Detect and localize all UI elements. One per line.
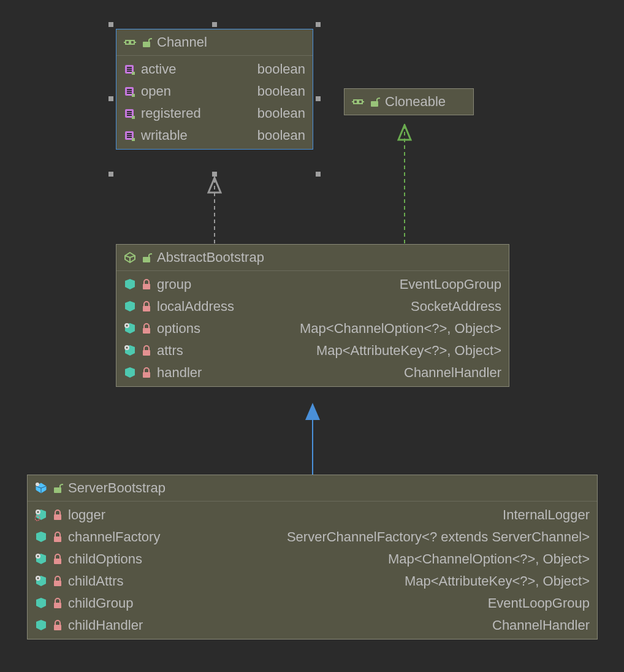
- selection-handle[interactable]: [316, 172, 321, 177]
- lock-icon: [141, 345, 152, 356]
- member-type: Map<ChannelOption<?>, Object>: [147, 551, 590, 567]
- lock-open-icon: [52, 483, 63, 494]
- member-name: logger: [68, 507, 105, 523]
- selection-handle[interactable]: [108, 172, 113, 177]
- field-icon: [124, 367, 136, 379]
- class-box-cloneable[interactable]: Cloneable: [344, 88, 474, 115]
- lock-icon: [141, 279, 152, 290]
- class-title: Cloneable: [385, 94, 446, 110]
- member-row[interactable]: handler ChannelHandler: [116, 362, 509, 384]
- member-type: SocketAddress: [239, 299, 501, 315]
- property-icon: [124, 63, 136, 75]
- lock-icon: [52, 620, 63, 631]
- member-type: Map<ChannelOption<?>, Object>: [205, 321, 501, 337]
- member-name: writable: [141, 128, 188, 143]
- field-gear-icon: [35, 553, 47, 565]
- class-header: AbstractBootstrap: [116, 245, 509, 271]
- lock-icon: [52, 510, 63, 521]
- lock-icon: [52, 576, 63, 587]
- class-members: logger InternalLogger channelFactory Ser…: [28, 502, 597, 639]
- member-type: EventLoopGroup: [196, 277, 501, 292]
- lock-icon: [141, 301, 152, 312]
- field-gear-icon: [124, 345, 136, 357]
- property-icon: [124, 85, 136, 97]
- field-gear-icon: [124, 323, 136, 335]
- property-icon: [124, 129, 136, 142]
- class-title: ServerBootstrap: [68, 480, 166, 496]
- member-row[interactable]: childGroup EventLoopGroup: [28, 592, 597, 614]
- member-name: childHandler: [68, 617, 143, 633]
- member-row[interactable]: childAttrs Map<AttributeKey<?>, Object>: [28, 570, 597, 592]
- class-box-channel[interactable]: Channel active boolean open boolean regi…: [116, 29, 313, 150]
- lock-icon: [141, 367, 152, 378]
- member-row[interactable]: attrs Map<AttributeKey<?>, Object>: [116, 340, 509, 362]
- member-name: registered: [141, 105, 201, 121]
- lock-open-icon: [369, 96, 380, 107]
- member-row[interactable]: writable boolean: [116, 124, 313, 147]
- lock-icon: [52, 598, 63, 609]
- member-type: ChannelHandler: [207, 365, 501, 381]
- member-name: options: [157, 321, 200, 337]
- member-name: attrs: [157, 343, 183, 359]
- selection-handle[interactable]: [316, 96, 321, 101]
- member-name: active: [141, 61, 176, 77]
- member-row[interactable]: channelFactory ServerChannelFactory<? ex…: [28, 526, 597, 548]
- field-icon: [124, 278, 136, 291]
- member-type: boolean: [192, 128, 305, 143]
- member-row[interactable]: childOptions Map<ChannelOption<?>, Objec…: [28, 548, 597, 570]
- member-row[interactable]: open boolean: [116, 80, 313, 102]
- lock-open-icon: [141, 252, 152, 263]
- field-icon: [35, 597, 47, 609]
- class-icon: [35, 482, 47, 494]
- interface-icon: [352, 96, 364, 107]
- member-name: childOptions: [68, 551, 142, 567]
- member-row[interactable]: logger InternalLogger: [28, 504, 597, 526]
- member-name: childGroup: [68, 595, 133, 611]
- lock-icon: [52, 554, 63, 565]
- lock-icon: [141, 323, 152, 334]
- lock-open-icon: [141, 37, 152, 48]
- selection-handle[interactable]: [108, 96, 113, 101]
- member-type: boolean: [176, 83, 305, 99]
- class-header: Cloneable: [344, 89, 473, 115]
- property-icon: [124, 107, 136, 120]
- member-type: boolean: [181, 61, 305, 77]
- member-type: ChannelHandler: [148, 617, 590, 633]
- member-type: Map<AttributeKey<?>, Object>: [188, 343, 501, 359]
- member-type: boolean: [206, 105, 305, 121]
- class-title: Channel: [157, 34, 207, 50]
- member-row[interactable]: registered boolean: [116, 102, 313, 124]
- abstract-class-icon: [124, 251, 136, 264]
- member-type: Map<AttributeKey<?>, Object>: [128, 573, 590, 589]
- field-icon: [35, 619, 47, 632]
- class-members: active boolean open boolean registered b…: [116, 56, 313, 149]
- member-row[interactable]: options Map<ChannelOption<?>, Object>: [116, 318, 509, 340]
- member-name: childAttrs: [68, 573, 123, 589]
- field-icon: [35, 531, 47, 543]
- member-type: InternalLogger: [110, 507, 590, 523]
- member-name: open: [141, 83, 171, 99]
- class-box-abstract-bootstrap[interactable]: AbstractBootstrap group EventLoopGroup l…: [116, 244, 509, 387]
- member-type: EventLoopGroup: [138, 595, 590, 611]
- selection-handle[interactable]: [316, 22, 321, 27]
- field-gear-red-icon: [35, 509, 47, 521]
- class-box-server-bootstrap[interactable]: ServerBootstrap logger InternalLogger ch…: [27, 475, 598, 640]
- field-gear-icon: [35, 575, 47, 587]
- class-header: Channel: [116, 29, 313, 56]
- member-name: localAddress: [157, 299, 234, 315]
- interface-icon: [124, 37, 136, 48]
- member-name: group: [157, 277, 191, 292]
- member-row[interactable]: active boolean: [116, 58, 313, 80]
- member-row[interactable]: localAddress SocketAddress: [116, 296, 509, 318]
- member-row[interactable]: childHandler ChannelHandler: [28, 614, 597, 636]
- member-name: channelFactory: [68, 529, 160, 545]
- class-header: ServerBootstrap: [28, 475, 597, 502]
- field-icon: [124, 300, 136, 313]
- selection-handle[interactable]: [108, 22, 113, 27]
- member-name: handler: [157, 365, 202, 381]
- selection-handle[interactable]: [212, 172, 217, 177]
- lock-icon: [52, 532, 63, 543]
- selection-handle[interactable]: [212, 22, 217, 27]
- member-row[interactable]: group EventLoopGroup: [116, 273, 509, 296]
- member-type: ServerChannelFactory<? extends ServerCha…: [165, 529, 590, 545]
